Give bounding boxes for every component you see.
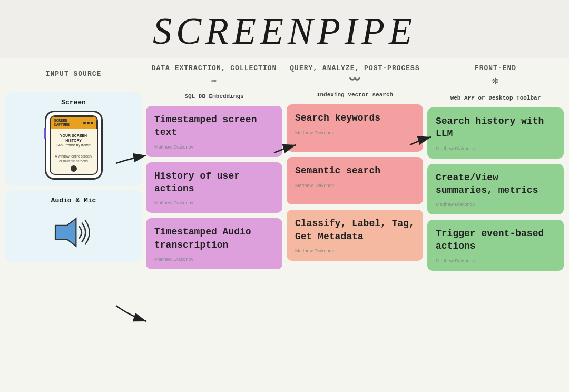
card-text-5: Semantic search: [295, 164, 415, 177]
pencil-icon: ✏️: [152, 73, 277, 88]
card-text-4: Search keywords: [295, 112, 415, 124]
col-header-data: DATA EXTRACTION, COLLECTION ✏️: [150, 61, 279, 91]
dot2: [87, 122, 90, 124]
phone-btn: [71, 165, 77, 172]
data-sub-label: SQL DB Embeddings: [184, 93, 243, 100]
burst-icon: ❋: [475, 73, 516, 90]
speaker-container: [50, 209, 97, 256]
card-text-9: Trigger event-based actions: [436, 227, 555, 253]
screen-capture-label: SCREEN CAPTURE: [54, 119, 83, 127]
dot1: [83, 122, 86, 124]
card-text-8: Create/View summaries, metrics: [436, 171, 555, 197]
card-author-7: Matthew Diakonov: [436, 146, 555, 151]
title-section: SCREENPIPE: [0, 0, 569, 58]
audio-label: Audio & Mic: [51, 197, 96, 204]
card-author-5: Matthew Diakonov: [295, 183, 415, 188]
phone-dots: [83, 122, 93, 124]
card-text-2: History of user actions: [154, 170, 274, 195]
card-text-6: Classify, Label, Tag, Get Metadata: [295, 217, 415, 243]
dot3: [91, 122, 93, 124]
phone-illustration: SCREEN CAPTURE YOUR SCREEN HISTORY 24/7,…: [45, 111, 103, 180]
squiggle-icon: 〰️: [290, 73, 419, 86]
card-author-1: Matthew Diakonov: [154, 144, 274, 150]
frontend-sub-label: Web APP or Desktop Toolbar: [450, 95, 541, 101]
phone-divider: [54, 152, 94, 152]
col-header-query: QUERY, ANALYZE, POST-PROCESS 〰️: [288, 61, 421, 90]
phone-header: SCREEN CAPTURE: [51, 116, 97, 129]
col-header-input: INPUT SOURCE: [44, 61, 104, 88]
card-search-llm: Search history with LLM Matthew Diakonov: [427, 107, 564, 159]
column-input-source: INPUT SOURCE Screen SCREEN CAPTURE: [5, 61, 142, 271]
screen-label: Screen: [61, 99, 86, 106]
card-author-2: Matthew Diakonov: [154, 200, 274, 205]
card-author-6: Matthew Diakonov: [295, 248, 415, 253]
card-trigger-events: Trigger event-based actions Matthew Diak…: [427, 220, 564, 271]
card-search-keywords: Search keywords Matthew Diakonov: [287, 104, 423, 152]
card-author-4: Matthew Diakonov: [295, 130, 415, 135]
card-author-8: Matthew Diakonov: [436, 202, 555, 207]
card-timestamped-audio: Timestamped Audio transcription Matthew …: [146, 218, 282, 269]
column-query-analyze: QUERY, ANALYZE, POST-PROCESS 〰️ Indexing…: [287, 61, 423, 271]
card-summaries: Create/View summaries, metrics Matthew D…: [427, 164, 564, 215]
phone-footer: A window/ entire screen/ or multiple scr…: [54, 154, 94, 163]
speaker-icon: [50, 214, 97, 251]
card-history-user: History of user actions Matthew Diakonov: [146, 162, 282, 213]
card-semantic-search: Semantic search Matthew Diakonov: [287, 157, 423, 204]
screen-history-text: YOUR SCREEN HISTORY 24/7, frame by frame: [54, 131, 94, 150]
app-title: SCREENPIPE: [0, 9, 569, 53]
card-author-3: Matthew Diakonov: [154, 257, 274, 262]
phone-screen: SCREEN CAPTURE YOUR SCREEN HISTORY 24/7,…: [50, 115, 98, 175]
screen-input-box: Screen SCREEN CAPTURE YOUR SCREEN HISTOR: [5, 92, 142, 186]
card-text-1: Timestamped screen text: [154, 113, 274, 139]
column-data-extraction: DATA EXTRACTION, COLLECTION ✏️ SQL DB Em…: [146, 61, 282, 271]
card-text-3: Timestamped Audio transcription: [154, 226, 274, 251]
col-header-frontend: FRONT-END ❋: [473, 61, 518, 93]
card-classify: Classify, Label, Tag, Get Metadata Matth…: [287, 210, 423, 261]
card-author-9: Matthew Diakonov: [436, 258, 555, 263]
card-timestamped-screen: Timestamped screen text Matthew Diakonov: [146, 106, 282, 157]
column-frontend: FRONT-END ❋ Web APP or Desktop Toolbar S…: [427, 61, 564, 271]
main-grid: INPUT SOURCE Screen SCREEN CAPTURE: [0, 61, 569, 271]
card-text-7: Search history with LLM: [436, 115, 555, 141]
svg-marker-0: [55, 219, 76, 247]
query-sub-label: Indexing Vector search: [317, 92, 393, 98]
audio-input-box: Audio & Mic: [5, 190, 142, 262]
